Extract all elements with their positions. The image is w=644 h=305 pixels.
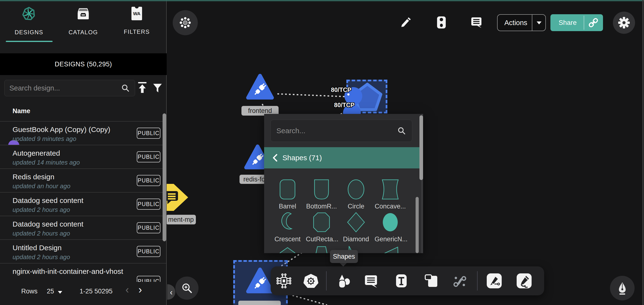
shapes-tooltip: Shapes [330,250,358,263]
tab-designs[interactable]: DESIGNS [7,7,51,36]
visibility-badge[interactable]: PUBLIC [137,175,160,186]
port-dot [347,93,350,96]
shape-item-partial[interactable] [272,244,303,253]
panel-titlebar: DESIGNS (50,295) [0,53,167,75]
node-label-deployment: ment-mp [166,215,196,224]
shapes-category-title: Shapes (71) [282,154,322,162]
wasm-filter-icon: WA [132,7,142,20]
zoom-in-button[interactable] [175,276,198,300]
shape-item-cutrectangle[interactable]: CutRecta... [306,211,337,243]
cutrectangle-shape-icon [310,211,333,233]
prev-page-button[interactable]: ‹ [126,284,129,295]
node-frontend-service[interactable] [246,74,274,101]
design-row[interactable]: nginx-with-init-container-and-vhost PUBL… [0,263,166,282]
toolbar-divider [477,271,478,290]
search-icon [398,127,406,135]
shapes-panel-scrollbar-thumb[interactable] [420,115,423,180]
edit-pencil-icon[interactable] [400,17,411,28]
shape-item-concave[interactable]: Concave... [374,179,406,210]
meshery-logo-icon [22,7,36,21]
upload-design-icon[interactable] [138,82,147,93]
shapes-search-box[interactable] [270,120,412,142]
kubernetes-tool[interactable] [303,273,319,289]
visibility-badge[interactable]: PUBLIC [137,128,160,139]
visibility-badge[interactable]: PUBLIC [137,276,160,282]
edge-port-label: 80/TCP [334,102,354,109]
cluster-context-button[interactable] [173,10,198,35]
genericnode-shape-icon [379,211,402,233]
design-row[interactable]: GuestBook App (Copy) (Copy) updated 9 mi… [0,121,166,145]
active-tab-underline [6,41,52,42]
rows-per-page-caret-icon[interactable] [58,291,62,294]
save-icon[interactable] [435,16,448,29]
gear-icon [618,17,630,29]
visibility-badge[interactable]: PUBLIC [137,151,160,162]
shape-item-partial[interactable] [374,244,406,253]
shapes-category-header[interactable]: Shapes (71) [264,147,423,168]
zoom-in-magnifier-icon [181,282,193,294]
design-search-box[interactable] [4,80,135,96]
design-list: GuestBook App (Copy) (Copy) updated 9 mi… [0,121,166,282]
page-scrollbar[interactable] [642,0,644,305]
design-row[interactable]: Untitled Design updated 2 hours ago PUBL… [0,239,166,263]
actions-button[interactable]: Actions [497,14,546,31]
rows-per-page-value[interactable]: 25 [47,288,54,295]
share-button[interactable]: Share [550,14,603,31]
share-link-icon[interactable] [588,18,599,28]
pen-path-tool[interactable] [486,273,502,289]
shapes-search-input[interactable] [270,127,398,135]
design-row[interactable]: Datadog seed content updated 2 hours ago… [0,192,166,216]
tab-filters-label: FILTERS [115,29,159,35]
filter-funnel-icon[interactable] [153,83,162,93]
design-search-input[interactable] [4,84,121,92]
visibility-badge[interactable]: PUBLIC [137,222,160,233]
tab-catalog[interactable]: CATALOG [61,7,105,36]
top-progress-glow [0,0,644,2]
comment-icon[interactable] [470,17,482,29]
toolbar-divider [326,271,326,290]
shapes-tool[interactable] [336,273,352,289]
node-label-bottom [238,301,281,305]
quadrilateral-shape-icon [379,244,402,253]
component-chip-tool[interactable] [276,273,292,289]
shape-item-bottomround[interactable]: BottomR... [306,179,337,210]
barrel-shape-icon [276,179,299,200]
edge-port-label: 80/TCP [331,86,352,93]
visibility-badge[interactable]: PUBLIC [137,199,160,210]
back-chevron-icon[interactable] [272,154,278,162]
shapes-panel: Shapes (71) Barrel BottomR... Circle C [264,114,423,253]
shape-item-diamond[interactable]: Diamond [340,211,372,243]
design-list-scrollbar-thumb[interactable] [162,113,166,241]
column-header-name[interactable]: Name [12,107,30,115]
tab-filters[interactable]: WA FILTERS [115,7,159,35]
settings-button[interactable] [613,12,635,34]
design-row[interactable]: Autogenerated updated 14 minutes ago PUB… [0,145,166,168]
shape-item-circle[interactable]: Circle [340,179,372,210]
chevron-down-icon[interactable] [537,22,542,24]
next-page-button[interactable]: › [138,284,142,295]
node-bottom-service[interactable] [246,267,274,294]
button-divider [584,16,584,30]
edge-link-tool[interactable] [452,273,468,289]
visibility-badge[interactable]: PUBLIC [137,246,160,257]
text-tool[interactable] [394,273,409,289]
diamond-shape-icon [344,211,368,233]
collapse-chevron-icon: ‹ [170,287,172,297]
design-mode-button[interactable] [610,276,634,300]
shape-item-barrel[interactable]: Barrel [272,179,303,210]
dot-cluster-icon [179,16,192,29]
bottomround-shape-icon [310,179,333,200]
note-tool[interactable] [423,273,439,289]
comment-tool[interactable] [363,273,379,289]
pagination-range: 1-25 50295 [80,288,113,295]
sketch-pencil-tool[interactable] [516,273,532,289]
design-row[interactable]: Datadog seed content updated 2 hours ago… [0,216,166,239]
shape-item-genericnode[interactable]: GenericN... [374,211,406,243]
catalog-archive-icon [76,7,90,21]
shapes-list-scrollbar-thumb[interactable] [416,197,419,253]
button-divider [532,15,532,31]
tab-catalog-label: CATALOG [61,29,105,36]
crescent-shape-icon [276,211,299,233]
design-row[interactable]: Redis design updated an hour ago PUBLIC [0,168,166,192]
shape-item-crescent[interactable]: Crescent [272,211,303,243]
